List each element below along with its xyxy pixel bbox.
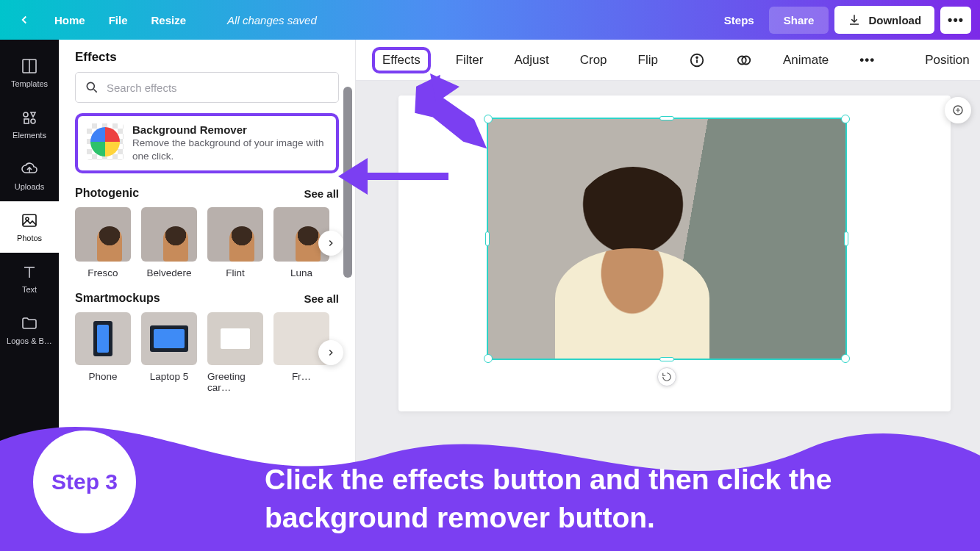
resize-edge-left[interactable] bbox=[485, 231, 490, 246]
sidebar-label: Logos & B… bbox=[7, 336, 52, 345]
section-head-smartmockups: Smartmockups See all bbox=[75, 292, 339, 305]
file-menu[interactable]: File bbox=[100, 8, 137, 32]
ctx-transparency-button[interactable] bbox=[730, 48, 758, 73]
back-button[interactable] bbox=[9, 7, 40, 32]
text-icon bbox=[21, 263, 38, 281]
sidebar-item-photos[interactable]: Photos bbox=[0, 201, 59, 253]
search-effects-input[interactable] bbox=[107, 82, 329, 94]
download-icon bbox=[848, 13, 861, 26]
info-icon bbox=[689, 52, 705, 68]
instruction-text: Click the effects button and then click … bbox=[265, 461, 958, 538]
photos-icon bbox=[21, 212, 38, 229]
photogenic-row: Fresco Belvedere Flint Luna bbox=[75, 207, 339, 278]
panel-title: Effects bbox=[59, 40, 355, 72]
folder-icon bbox=[21, 314, 38, 332]
svg-line-9 bbox=[94, 90, 97, 93]
annotation-arrow-up bbox=[408, 73, 496, 169]
resize-handle-tr[interactable] bbox=[841, 115, 850, 123]
photogenic-next-button[interactable] bbox=[318, 231, 343, 256]
ctx-adjust-button[interactable]: Adjust bbox=[508, 48, 554, 72]
image-content bbox=[488, 119, 845, 359]
ctx-flip-button[interactable]: Flip bbox=[632, 48, 664, 72]
resize-handle-bl[interactable] bbox=[484, 354, 493, 363]
resize-edge-bottom[interactable] bbox=[659, 357, 674, 361]
smartmockups-row: Phone Laptop 5 Greeting car… Fr… bbox=[75, 312, 339, 393]
background-remover-icon bbox=[87, 123, 124, 160]
ctx-crop-button[interactable]: Crop bbox=[574, 48, 613, 72]
transparency-icon bbox=[736, 52, 752, 68]
background-remover-title: Background Remover bbox=[132, 123, 327, 136]
chevron-right-icon bbox=[326, 347, 336, 358]
smartmockups-next-button[interactable] bbox=[318, 340, 343, 365]
step-badge: Step 3 bbox=[33, 431, 136, 533]
svg-point-5 bbox=[31, 119, 35, 123]
top-bar: Home File Resize All changes saved Steps… bbox=[0, 0, 980, 40]
effect-thumb-belvedere[interactable]: Belvedere bbox=[141, 207, 197, 278]
sidebar-item-elements[interactable]: Elements bbox=[0, 98, 59, 150]
rotate-icon bbox=[662, 372, 672, 382]
more-button[interactable]: ••• bbox=[940, 7, 971, 34]
sidebar-item-uploads[interactable]: Uploads bbox=[0, 150, 59, 201]
sidebar-item-text[interactable]: Text bbox=[0, 253, 59, 304]
section-title: Photogenic bbox=[75, 187, 139, 200]
background-remover-card[interactable]: Background Remover Remove the background… bbox=[75, 113, 339, 173]
templates-icon bbox=[21, 57, 38, 75]
effect-thumb-fresco[interactable]: Fresco bbox=[75, 207, 131, 278]
share-button[interactable]: Share bbox=[769, 7, 829, 34]
mockup-thumb-laptop[interactable]: Laptop 5 bbox=[141, 312, 197, 393]
sidebar-label: Photos bbox=[17, 234, 42, 242]
search-icon bbox=[85, 80, 99, 95]
svg-point-12 bbox=[696, 57, 698, 58]
save-status: All changes saved bbox=[227, 14, 317, 26]
ctx-animate-button[interactable]: Animate bbox=[777, 48, 834, 72]
svg-marker-3 bbox=[31, 112, 35, 117]
effect-thumb-flint[interactable]: Flint bbox=[207, 207, 263, 278]
elements-icon bbox=[21, 109, 38, 126]
section-head-photogenic: Photogenic See all bbox=[75, 187, 339, 200]
sidebar-label: Uploads bbox=[15, 182, 44, 191]
sidebar-item-templates[interactable]: Templates bbox=[0, 47, 59, 98]
selected-image[interactable] bbox=[487, 118, 847, 360]
ctx-effects-button[interactable]: Effects bbox=[372, 47, 431, 73]
ctx-filter-button[interactable]: Filter bbox=[450, 48, 490, 72]
background-remover-text: Background Remover Remove the background… bbox=[132, 123, 327, 163]
sparkle-icon bbox=[951, 104, 965, 117]
background-remover-desc: Remove the background of your image with… bbox=[132, 137, 327, 163]
home-menu[interactable]: Home bbox=[46, 8, 94, 32]
resize-edge-right[interactable] bbox=[844, 231, 848, 246]
see-all-smartmockups[interactable]: See all bbox=[304, 292, 339, 305]
search-effects-input-wrap[interactable] bbox=[75, 72, 339, 103]
svg-rect-6 bbox=[23, 215, 36, 226]
svg-rect-4 bbox=[24, 119, 29, 123]
mockup-thumb-phone[interactable]: Phone bbox=[75, 312, 131, 393]
rotate-handle[interactable] bbox=[657, 367, 676, 386]
sidebar-label: Elements bbox=[12, 131, 46, 140]
steps-button[interactable]: Steps bbox=[715, 8, 763, 32]
add-page-button[interactable] bbox=[945, 97, 971, 123]
download-label: Download bbox=[868, 14, 921, 26]
sidebar-label: Text bbox=[22, 285, 37, 294]
ctx-info-button[interactable] bbox=[683, 48, 711, 73]
ctx-more-button[interactable]: ••• bbox=[854, 48, 881, 72]
section-title: Smartmockups bbox=[75, 292, 160, 305]
resize-handle-br[interactable] bbox=[841, 354, 850, 363]
download-button[interactable]: Download bbox=[834, 6, 934, 34]
chevron-right-icon bbox=[326, 238, 336, 248]
mockup-thumb-card[interactable]: Greeting car… bbox=[207, 312, 263, 393]
sidebar-item-logos[interactable]: Logos & B… bbox=[0, 304, 59, 356]
resize-menu[interactable]: Resize bbox=[143, 8, 196, 32]
svg-point-2 bbox=[24, 112, 28, 117]
resize-edge-top[interactable] bbox=[659, 116, 674, 120]
undo-button[interactable] bbox=[201, 14, 218, 26]
sidebar-label: Templates bbox=[11, 79, 48, 88]
svg-point-8 bbox=[87, 82, 94, 90]
ctx-position-button[interactable]: Position bbox=[919, 48, 975, 72]
uploads-icon bbox=[21, 160, 38, 178]
chevron-left-icon bbox=[18, 13, 31, 26]
